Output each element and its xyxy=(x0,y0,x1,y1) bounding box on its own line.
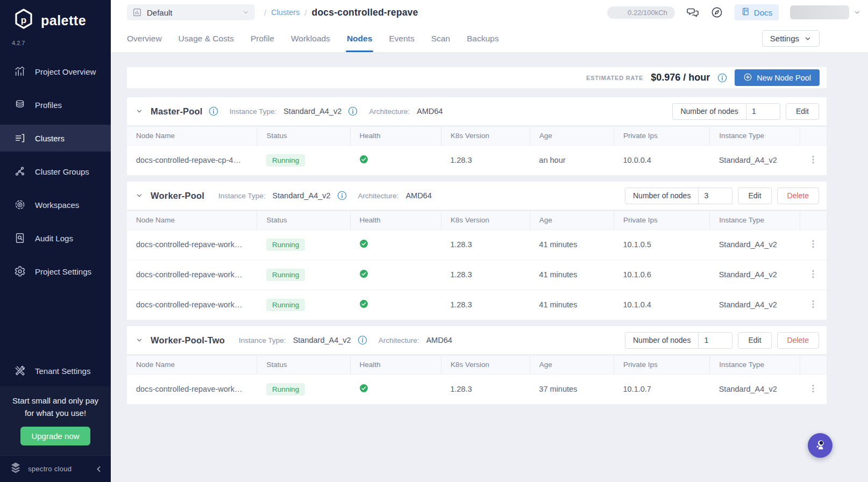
tab-scan[interactable]: Scan xyxy=(431,25,450,52)
health-ok-icon xyxy=(359,384,368,393)
node-name: docs-controlled-repave-work… xyxy=(136,240,242,249)
book-icon xyxy=(741,7,750,18)
instance-type-label: Instance Type: xyxy=(239,336,286,344)
instance-type: Standard_A4_v2 xyxy=(710,260,800,290)
breadcrumb-clusters-link[interactable]: Clusters xyxy=(271,8,300,17)
edit-button[interactable]: Edit xyxy=(738,332,771,349)
topbar: Default / Clusters / docs-controlled-rep… xyxy=(111,0,868,25)
sidebar-item-label: Clusters xyxy=(35,134,65,143)
sidebar-collapse-button[interactable] xyxy=(95,465,103,473)
tab-usage-costs[interactable]: Usage & Costs xyxy=(179,25,234,52)
page-title: docs-controlled-repave xyxy=(312,7,418,18)
upgrade-promo: Start small and only pay for what you us… xyxy=(0,386,111,455)
layers-icon xyxy=(14,99,26,111)
pool-controls: Number of nodes EditDelete xyxy=(625,332,819,349)
number-of-nodes-label: Number of nodes xyxy=(673,104,746,119)
edit-button[interactable]: Edit xyxy=(786,103,819,120)
project-selector-dropdown[interactable]: Default xyxy=(127,4,255,20)
status-badge: Running xyxy=(266,299,305,311)
settings-dropdown-button[interactable]: Settings xyxy=(762,30,820,47)
info-icon[interactable] xyxy=(209,106,218,116)
sidebar-item-project-overview[interactable]: Project Overview xyxy=(0,58,111,85)
kebab-menu-icon[interactable] xyxy=(809,384,817,393)
node-name: docs-controlled-repave-work… xyxy=(136,385,242,393)
info-icon[interactable] xyxy=(337,191,347,200)
sidebar-item-cluster-groups[interactable]: Cluster Groups xyxy=(0,158,111,185)
tab-backups[interactable]: Backups xyxy=(467,25,499,52)
column-header-age: Age xyxy=(530,127,614,145)
instance-type: Standard_A4_v2 xyxy=(710,145,800,175)
node-age: 41 minutes xyxy=(530,229,614,260)
chat-bubbles-icon[interactable] xyxy=(686,6,699,19)
instance-type: Standard_A4_v2 xyxy=(710,290,800,320)
k8s-version: 1.28.3 xyxy=(441,374,530,404)
sidebar-item-profiles[interactable]: Profiles xyxy=(0,91,111,118)
kebab-menu-icon[interactable] xyxy=(809,299,817,309)
private-ip: 10.1.0.4 xyxy=(614,290,709,320)
astronaut-icon xyxy=(813,438,827,454)
table-row: docs-controlled-repave-cp-4… Running 1.2… xyxy=(127,145,827,175)
tab-events[interactable]: Events xyxy=(389,25,414,52)
number-of-nodes-input[interactable] xyxy=(699,336,732,344)
docs-button[interactable]: Docs xyxy=(735,4,779,20)
tab-nodes[interactable]: Nodes xyxy=(347,25,372,52)
pool-name: Worker-Pool-Two xyxy=(151,335,225,346)
kebab-menu-icon[interactable] xyxy=(809,155,817,164)
tab-profile[interactable]: Profile xyxy=(251,25,274,52)
sidebar-item-label: Project Settings xyxy=(35,267,91,276)
number-of-nodes-input[interactable] xyxy=(699,191,732,200)
sidebar-item-workspaces[interactable]: Workspaces xyxy=(0,191,111,218)
node-age: 41 minutes xyxy=(530,260,614,290)
help-assistant-fab[interactable] xyxy=(808,433,833,458)
health-ok-icon xyxy=(359,269,368,278)
architecture-value: AMD64 xyxy=(417,107,443,116)
private-ip: 10.1.0.7 xyxy=(614,374,709,404)
collapse-chevron-icon[interactable] xyxy=(136,107,143,115)
sidebar-item-label: Project Overview xyxy=(35,67,96,76)
delete-button[interactable]: Delete xyxy=(777,188,819,204)
column-header-k8s-version: K8s Version xyxy=(441,356,530,374)
sidebar-item-audit-logs[interactable]: Audit Logs xyxy=(0,225,111,251)
delete-button[interactable]: Delete xyxy=(777,332,819,349)
info-icon[interactable] xyxy=(717,73,727,83)
new-node-pool-button[interactable]: New Node Pool xyxy=(735,69,820,86)
private-ip: 10.0.0.4 xyxy=(614,145,709,175)
logo-block: p palette 4.2.7 xyxy=(0,0,111,46)
instance-type-value: Standard_A4_v2 xyxy=(293,336,351,344)
node-age: an hour xyxy=(530,145,614,175)
number-of-nodes-input[interactable] xyxy=(746,107,780,116)
sidebar-item-project-settings[interactable]: Project Settings xyxy=(0,258,111,285)
spectro-cloud-logo-icon xyxy=(9,461,23,477)
column-header-menu xyxy=(800,211,827,229)
edit-button[interactable]: Edit xyxy=(738,188,771,204)
estimated-rate-bar: ESTIMATED RATE $0.976 / hour New Node Po… xyxy=(127,67,827,88)
logo-text: palette xyxy=(41,13,86,28)
info-icon[interactable] xyxy=(348,106,358,116)
kebab-menu-icon[interactable] xyxy=(809,269,817,279)
sidebar-item-tenant-settings[interactable]: Tenant Settings xyxy=(0,357,111,384)
architecture-label: Architecture: xyxy=(379,336,419,344)
collapse-chevron-icon[interactable] xyxy=(136,336,143,344)
pool-header: Master-Pool Instance Type: Standard_A4_v… xyxy=(127,97,827,125)
health-ok-icon xyxy=(359,155,368,164)
user-name-redacted xyxy=(790,5,849,19)
node-name: docs-controlled-repave-work… xyxy=(136,270,242,279)
topbar-right: 0.22/100kCh Docs xyxy=(607,4,861,20)
collapse-chevron-icon[interactable] xyxy=(136,192,143,199)
tab-overview[interactable]: Overview xyxy=(127,25,162,52)
pool-header: Worker-Pool Instance Type: Standard_A4_v… xyxy=(127,182,827,210)
info-icon[interactable] xyxy=(358,335,367,345)
chevron-down-icon xyxy=(242,9,250,16)
sidebar: p palette 4.2.7 Project Overview Profile… xyxy=(0,0,111,482)
user-menu[interactable] xyxy=(790,5,861,19)
pool-master-pool: Master-Pool Instance Type: Standard_A4_v… xyxy=(127,97,827,175)
sidebar-item-label: Workspaces xyxy=(35,200,79,210)
kebab-menu-icon[interactable] xyxy=(809,239,817,249)
upgrade-now-button[interactable]: Upgrade now xyxy=(20,427,90,445)
column-header-private-ips: Private Ips xyxy=(614,127,709,145)
compass-icon[interactable] xyxy=(710,6,723,19)
sidebar-item-clusters[interactable]: Clusters xyxy=(0,125,111,152)
architecture-label: Architecture: xyxy=(358,192,399,200)
tab-workloads[interactable]: Workloads xyxy=(291,25,330,52)
sidebar-nav: Project Overview Profiles Clusters Clust… xyxy=(0,58,111,291)
